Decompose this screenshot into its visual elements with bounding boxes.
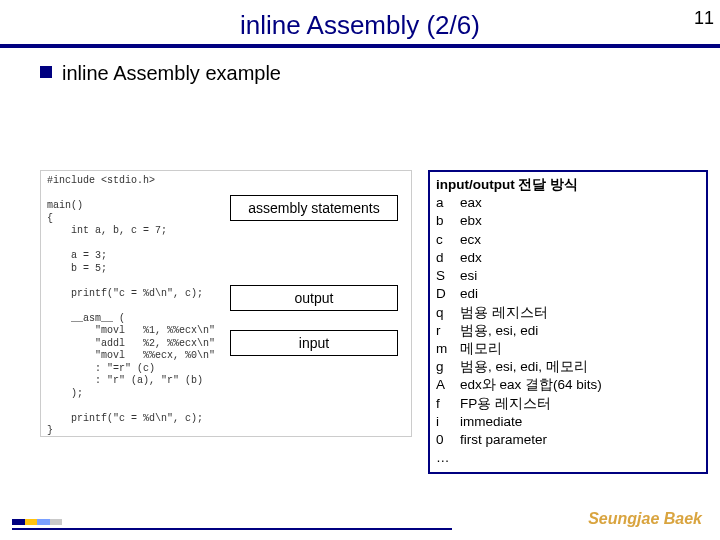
table-row: cecx: [436, 231, 700, 249]
slide: inline Assembly (2/6) 11 inline Assembly…: [0, 0, 720, 540]
table-row: fFP용 레지스터: [436, 395, 700, 413]
subtitle: inline Assembly example: [40, 62, 281, 85]
table-row: g범용, esi, edi, 메모리: [436, 358, 700, 376]
table-row: iimmediate: [436, 413, 700, 431]
subtitle-text: inline Assembly example: [62, 62, 281, 84]
table-row: m메모리: [436, 340, 700, 358]
title-underline: [0, 44, 720, 48]
table-row: Aedx와 eax 결합(64 bits): [436, 376, 700, 394]
callout-assembly-statements: assembly statements: [230, 195, 398, 221]
color-strip-icon: [12, 519, 62, 525]
table-row: Dedi: [436, 285, 700, 303]
footer-rule: [12, 528, 452, 530]
io-convention-table: input/output 전달 방식 aeax bebx cecx dedx S…: [428, 170, 708, 474]
table-row: Sesi: [436, 267, 700, 285]
table-row: q범용 레지스터: [436, 304, 700, 322]
table-row: bebx: [436, 212, 700, 230]
author-name: Seungjae Baek: [588, 510, 702, 528]
page-title: inline Assembly (2/6): [0, 0, 720, 41]
page-number: 11: [694, 8, 714, 29]
table-row: 0first parameter: [436, 431, 700, 449]
table-row: r범용, esi, edi: [436, 322, 700, 340]
table-row: …: [436, 449, 700, 467]
footer-decoration: [12, 519, 452, 530]
table-header: input/output 전달 방식: [436, 176, 700, 194]
bullet-icon: [40, 66, 52, 78]
table-row: aeax: [436, 194, 700, 212]
callout-input: input: [230, 330, 398, 356]
table-row: dedx: [436, 249, 700, 267]
callout-output: output: [230, 285, 398, 311]
